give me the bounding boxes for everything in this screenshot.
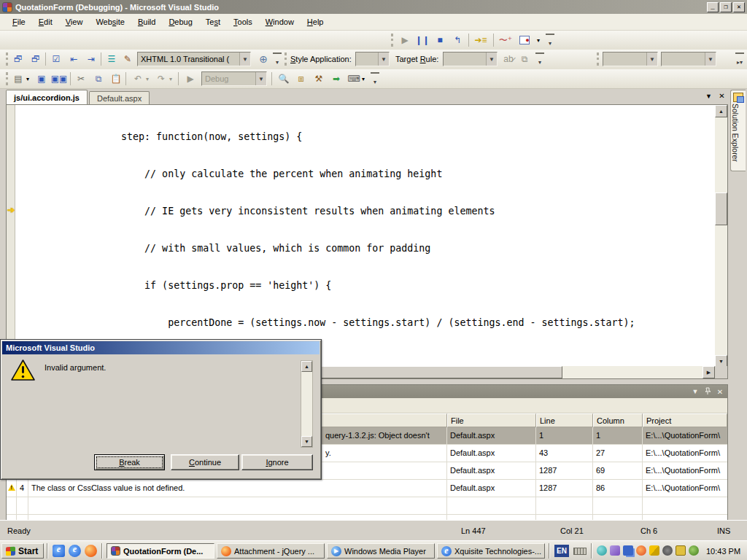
breakpoints-window-icon[interactable]: ●	[516, 32, 533, 48]
find-in-files-icon[interactable]: 🔍	[276, 71, 292, 87]
task-button-xquisite-technologies[interactable]: e Xquisite Technologies-...	[437, 543, 545, 559]
outlook-express-icon[interactable]: e	[53, 545, 65, 557]
menu-website[interactable]: Website	[89, 15, 131, 28]
keyboard-layout-icon[interactable]	[573, 548, 587, 555]
toolbar-grip[interactable]	[597, 52, 599, 66]
pencil-list-icon[interactable]: ✎	[120, 51, 136, 67]
stop-debugging-icon[interactable]: ■	[432, 32, 448, 48]
battery-tray-icon[interactable]	[676, 545, 686, 556]
scroll-up-icon[interactable]: ▲	[715, 105, 727, 117]
document-list-dropdown-icon[interactable]: ▼	[703, 91, 714, 101]
properties-window-icon[interactable]: 🗉	[293, 71, 309, 87]
window-position-dropdown-icon[interactable]: ▼	[691, 388, 700, 395]
outdent-icon[interactable]: ⇤	[66, 51, 82, 67]
start-debug-icon[interactable]: ▶	[182, 71, 198, 87]
column-header-line[interactable]: Line	[536, 413, 593, 427]
unlabeled-combo-1[interactable]: ▼	[603, 52, 658, 66]
command-window-dropdown-icon[interactable]: ▾	[359, 71, 368, 87]
ignore-button[interactable]: Ignore	[241, 454, 313, 470]
breakpoints-dropdown-icon[interactable]: ▾	[534, 32, 543, 48]
vertical-scroll-thumb[interactable]	[715, 192, 727, 225]
close-button[interactable]: ✕	[733, 2, 745, 12]
toolbar-overflow-button[interactable]: ▾	[546, 34, 554, 47]
style-abbr-icon[interactable]: ab̷	[500, 51, 516, 67]
add-new-item-dropdown-icon[interactable]: ▾	[23, 71, 32, 87]
new-breakpoint-icon[interactable]: 〜⁺	[498, 32, 514, 48]
break-all-icon[interactable]: ❙❙	[414, 32, 430, 48]
continue-button[interactable]: Continue	[171, 454, 239, 470]
target-rule-combo[interactable]: ▼	[443, 52, 498, 66]
tab-ui-accordion-js[interactable]: js/ui.accordion.js	[6, 90, 88, 104]
firefox-icon[interactable]	[85, 545, 97, 557]
show-next-statement-icon[interactable]: ➔≡	[473, 32, 489, 48]
task-button-quotationform[interactable]: QuotationForm (De...	[107, 543, 214, 559]
auto-hide-pin-icon[interactable]	[703, 387, 712, 396]
unlabeled-combo-2[interactable]: ▼	[661, 52, 716, 66]
menu-file[interactable]: File	[6, 15, 32, 28]
close-document-icon[interactable]: ✕	[716, 91, 727, 101]
window-forward-icon[interactable]: 🗗	[28, 51, 44, 67]
start-button[interactable]: Start	[1, 543, 44, 559]
window-back-icon[interactable]: 🗗	[10, 51, 26, 67]
messenger-tray-icon[interactable]	[597, 545, 607, 556]
redo-dropdown-icon[interactable]: ▾	[166, 71, 175, 87]
toolbar-overflow-button[interactable]: ▾	[273, 52, 282, 66]
solution-config-combo[interactable]: Debug ▼	[201, 71, 267, 86]
menu-test[interactable]: Test	[199, 15, 227, 28]
menu-tools[interactable]: Tools	[227, 15, 259, 28]
toolbox-icon[interactable]: ⚒	[311, 71, 327, 87]
menu-view[interactable]: View	[59, 15, 90, 28]
restore-button[interactable]: ❐	[720, 2, 732, 12]
error-row[interactable]: 4 The class or CssClass value is not def…	[7, 480, 727, 497]
code-editor[interactable]: ➔ step: function(now, settings) { // onl…	[6, 104, 728, 379]
checklist-icon[interactable]: ☑	[48, 51, 64, 67]
restart-icon[interactable]: ↰	[449, 32, 465, 48]
toolbar-grip[interactable]	[285, 52, 287, 66]
task-button-attachment-jquery[interactable]: Attachment - jQuery ...	[217, 543, 325, 559]
toolbar-grip[interactable]	[6, 72, 8, 85]
language-indicator[interactable]: EN	[554, 545, 569, 557]
menu-build[interactable]: Build	[131, 15, 162, 28]
dialog-titlebar[interactable]: Microsoft Visual Studio	[2, 341, 320, 354]
undo-dropdown-icon[interactable]: ▾	[143, 71, 152, 87]
scroll-right-icon[interactable]: ▶	[703, 366, 715, 378]
column-header-column[interactable]: Column	[593, 413, 643, 427]
toolbar-overflow-button[interactable]: ▸▾	[735, 52, 744, 66]
style-application-combo[interactable]: ▼	[355, 52, 390, 66]
start-page-icon[interactable]: ➡	[328, 71, 344, 87]
layers-icon[interactable]: ⧉	[516, 51, 533, 67]
indent-icon[interactable]: ⇥	[83, 51, 99, 67]
solution-explorer-side-tab[interactable]: Solution Explorer	[730, 90, 746, 171]
dialog-scrollbar[interactable]: ▲ ▼	[301, 360, 313, 448]
menu-debug[interactable]: Debug	[162, 15, 198, 28]
doctype-schema-combo[interactable]: XHTML 1.0 Transitional ( ▼	[137, 52, 251, 66]
vertical-scrollbar[interactable]: ▲ ▼	[715, 105, 727, 368]
menu-window[interactable]: Window	[259, 15, 301, 28]
toolbar-overflow-button[interactable]: ▾	[371, 72, 379, 85]
cut-icon[interactable]: ✂	[73, 71, 89, 87]
scroll-down-icon[interactable]: ▼	[301, 436, 312, 447]
volume-tray-icon[interactable]	[649, 545, 659, 556]
continue-icon[interactable]: ▶	[397, 32, 413, 48]
scroll-up-icon[interactable]: ▲	[301, 361, 312, 372]
breakpoint-margin[interactable]: ➔	[7, 105, 15, 367]
save-all-icon[interactable]: ▣▣	[51, 71, 67, 87]
column-header-project[interactable]: Project	[643, 413, 727, 427]
close-panel-icon[interactable]: ✕	[716, 388, 724, 396]
minimize-button[interactable]: _	[707, 2, 719, 12]
code-area[interactable]: step: function(now, settings) { // only …	[16, 105, 715, 366]
nvidia-tray-icon[interactable]	[689, 545, 699, 556]
task-button-windows-media-player[interactable]: ▶ Windows Media Player	[327, 543, 435, 559]
paste-icon[interactable]: 📋	[108, 71, 124, 87]
validation-globe-icon[interactable]: ⊕	[255, 51, 271, 67]
column-header-file[interactable]: File	[447, 413, 536, 427]
toolbar-grip[interactable]	[391, 34, 393, 47]
network-tray-icon[interactable]	[623, 545, 633, 556]
save-icon[interactable]: ▣	[34, 71, 50, 87]
player-tray-icon[interactable]	[662, 545, 673, 556]
break-button[interactable]: Break	[94, 454, 165, 470]
format-lines-icon[interactable]: ☰	[104, 51, 120, 67]
toolbar-overflow-button[interactable]: ▾	[535, 52, 544, 66]
update-tray-icon[interactable]	[610, 545, 620, 556]
internet-explorer-icon[interactable]: e	[69, 545, 81, 557]
